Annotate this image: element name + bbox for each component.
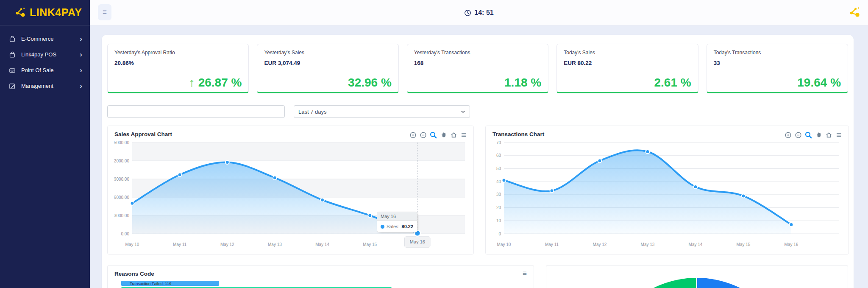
pan-icon[interactable] (815, 131, 822, 139)
zoom-in-icon[interactable] (785, 131, 792, 139)
zoom-out-icon[interactable] (420, 131, 427, 139)
sidebar-item-link4pay-pos[interactable]: Link4pay POS › (0, 47, 90, 62)
chart-toolbar (785, 131, 843, 139)
kpi-value: 168 (414, 60, 541, 66)
svg-text:May 14: May 14 (689, 242, 703, 247)
bag-icon (8, 35, 16, 43)
svg-text:May 13: May 13 (268, 242, 282, 247)
selection-zoom-icon[interactable] (805, 131, 812, 139)
svg-text:May 11: May 11 (545, 242, 559, 247)
kpi-value: EUR 80.22 (564, 60, 691, 66)
date-range-value: Last 7 days (298, 109, 327, 115)
kpi-delta-value: 1.18 % (504, 76, 541, 89)
chart-toolbar (409, 131, 467, 139)
transactions-chart-card: Transactions Chart 706050403020100May 10… (485, 126, 849, 254)
zoom-out-icon[interactable] (795, 131, 802, 139)
kpi-card-yesterdays-transactions: Yesterday's Transactions 168 1.18 % (407, 44, 548, 93)
selection-zoom-icon[interactable] (430, 131, 437, 139)
bag-icon (8, 51, 16, 59)
chevron-down-icon (461, 109, 465, 114)
pan-icon[interactable] (440, 131, 447, 139)
kpi-delta: 2.61 % (654, 76, 691, 89)
svg-text:50: 50 (496, 166, 501, 171)
svg-text:May 13: May 13 (641, 242, 655, 247)
zoom-in-icon[interactable] (409, 131, 417, 139)
kpi-card-todays-sales: Today's Sales EUR 80.22 2.61 % (556, 44, 698, 93)
kpi-value: 20.86% (114, 60, 242, 66)
brand-mark-icon (14, 7, 26, 18)
chevron-right-icon: › (80, 35, 82, 42)
brand-name: LINK4PAY (30, 6, 82, 19)
chevron-right-icon: › (80, 51, 82, 58)
edit-icon (8, 82, 16, 90)
menu-icon[interactable] (460, 131, 467, 139)
svg-text:0.00: 0.00 (121, 232, 130, 236)
svg-text:May 15: May 15 (737, 242, 751, 247)
svg-text:May 12: May 12 (593, 242, 607, 247)
kpi-card-todays-transactions: Today's Transactions 33 19.64 % (707, 44, 848, 93)
svg-text:70: 70 (496, 140, 501, 145)
clock-time: 14: 51 (474, 9, 493, 17)
sidebar-nav: E-Commerce › Link4pay POS › Point Of Sal… (0, 25, 90, 94)
svg-text:6000.00: 6000.00 (114, 195, 129, 200)
svg-text:20: 20 (496, 205, 501, 210)
brand-logo[interactable]: LINK4PAY (0, 0, 90, 25)
pos-icon (8, 67, 16, 74)
sidebar-item-management[interactable]: Management › (0, 78, 90, 94)
chevron-right-icon: › (80, 82, 82, 89)
clock-icon (464, 9, 471, 17)
svg-text:60: 60 (496, 153, 501, 158)
pie-slice-divider (696, 278, 697, 288)
sidebar: LINK4PAY E-Commerce › Link4pay POS › Poi… (0, 0, 90, 288)
main-panel: Yesterday's Approval Ratio 20.86% ↑ 26.8… (102, 35, 854, 288)
svg-text:15000.00: 15000.00 (114, 140, 129, 145)
kpi-value: 33 (714, 60, 841, 66)
kpi-card-yesterdays-sales: Yesterday's Sales EUR 3,074.49 32.96 % (257, 44, 398, 93)
reasons-code-card: Reasons Code ≡ Transaction Failed: 119Ap… (107, 265, 534, 288)
chart-title: Reasons Code (114, 271, 527, 277)
sales-approval-chart-card: Sales Approval Chart 15000.0012000.00900… (107, 126, 474, 254)
filter-input[interactable] (107, 105, 285, 118)
sidebar-item-ecommerce[interactable]: E-Commerce › (0, 31, 90, 47)
svg-text:12000.00: 12000.00 (114, 159, 129, 163)
topbar: ≡ 14: 51 (90, 0, 868, 25)
transactions-chart: 706050403020100May 10May 11May 12May 13M… (492, 138, 842, 249)
kpi-delta: ↑ 26.87 % (189, 76, 242, 89)
chevron-right-icon: › (80, 67, 82, 74)
kpi-delta: 1.18 % (504, 76, 541, 89)
kpi-row: Yesterday's Approval Ratio 20.86% ↑ 26.8… (107, 44, 848, 93)
pie-chart-card (546, 265, 848, 288)
brand-share-icon[interactable] (849, 6, 860, 18)
menu-icon[interactable] (835, 131, 843, 139)
kpi-delta: 19.64 % (797, 76, 841, 89)
date-range-select[interactable]: Last 7 days (294, 105, 470, 118)
series-dot-icon (381, 225, 384, 229)
svg-text:May 16: May 16 (785, 242, 798, 247)
home-icon[interactable] (825, 131, 832, 139)
svg-text:May 15: May 15 (363, 242, 377, 247)
kpi-title: Today's Transactions (714, 50, 841, 56)
sidebar-item-label: Management (21, 83, 80, 89)
svg-text:May 12: May 12 (220, 242, 234, 247)
svg-text:0: 0 (498, 232, 501, 236)
svg-text:40: 40 (496, 179, 501, 184)
kpi-delta-value: 32.96 % (348, 76, 392, 89)
arrow-up-icon: ↑ (189, 76, 195, 89)
kpi-title: Yesterday's Sales (264, 50, 391, 56)
sidebar-item-point-of-sale[interactable]: Point Of Sale › (0, 62, 90, 78)
svg-text:May 14: May 14 (315, 242, 329, 247)
charts-row: Sales Approval Chart 15000.0012000.00900… (107, 126, 848, 254)
kpi-delta-value: 19.64 % (797, 76, 841, 89)
home-icon[interactable] (450, 131, 457, 139)
sidebar-item-label: E-Commerce (21, 36, 80, 42)
reason-bar: Transaction Failed: 119 (121, 281, 219, 286)
svg-text:May 10: May 10 (497, 242, 511, 247)
kpi-delta-value: 26.87 % (198, 76, 242, 89)
kpi-value: EUR 3,074.49 (264, 60, 391, 66)
chart-tooltip: May 16 Sales: 80.22 (377, 212, 417, 232)
kpi-delta-value: 2.61 % (654, 76, 691, 89)
menu-icon[interactable]: ≡ (523, 269, 527, 278)
svg-text:3000.00: 3000.00 (114, 213, 129, 218)
kpi-title: Yesterday's Transactions (414, 50, 541, 56)
svg-text:May 10: May 10 (125, 242, 139, 247)
